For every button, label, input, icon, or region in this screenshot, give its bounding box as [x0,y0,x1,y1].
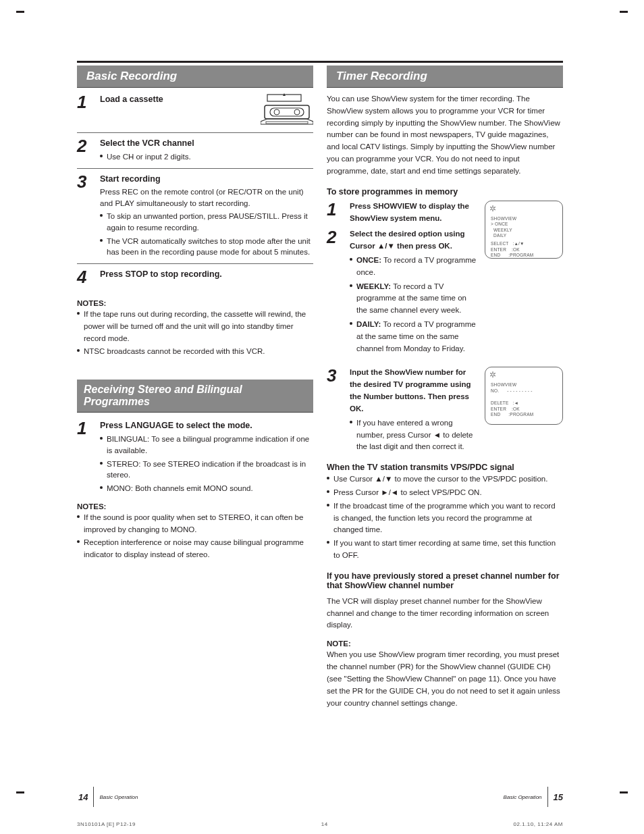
step-number: 2 [77,137,95,155]
note-body: When you use ShowView program timer reco… [327,649,563,709]
crop-mark [620,11,628,13]
step3-lead: Start recording [100,173,313,185]
step2-bullet: Use CH or input 2 digits. [107,151,191,163]
h-vps: When the TV station transmits VPS/PDC si… [327,463,563,472]
vps2: Press Cursor ►/◄ to select VPS/PDC ON. [333,487,482,499]
note2-1: If the sound is poor quality when set to… [84,512,313,536]
section-basic-recording: Basic Recording [77,66,313,88]
notes-heading: NOTES: [77,299,313,307]
step3-b2: The VCR automatically switches to stop m… [107,236,313,258]
svg-rect-3 [270,108,304,116]
vps3: If the broadcast time of the programme w… [333,500,563,536]
step-number: 3 [327,367,344,453]
crop-mark [620,791,628,793]
osd-box-1: ✲ SHOWVIEW > ONCE WEEKLY DAILY SELECT :▲… [485,201,563,259]
timer-intro: You can use ShowView system for the time… [327,93,563,178]
note2: NTSC broadcasts cannot be recorded with … [84,346,265,358]
opt-stereo: STEREO: To see STEREO indication if the … [107,459,313,481]
step-number: 1 [77,93,95,111]
section-stereo-bilingual: Receiving Stereo and Bilingual Programme… [77,380,313,413]
tr-step1: Press SHOWVIEW to display the ShowView s… [350,202,469,222]
step-number: 3 [77,173,95,190]
note-heading: NOTE: [327,640,563,648]
step2-lead: Select the VCR channel [100,137,313,149]
vps1: Use Cursor ▲/▼ to move the cursor to the… [333,473,547,486]
note2-2: Reception interference or noise may caus… [84,537,313,561]
step3-b1: To skip an unwanted portion, press PAUSE… [107,211,313,233]
opt-bilingual: BILINGUAL: To see a bilingual programme … [107,434,313,456]
footer-metadata: 3N10101A [E] P12-19 14 02.1.10, 11:24 AM [77,821,563,827]
crop-mark [16,11,24,13]
note1: If the tape runs out during recording, t… [84,309,313,344]
section-timer-recording: Timer Recording [327,66,563,88]
opt-mono: MONO: Both channels emit MONO sound. [107,483,253,494]
step3-line1: Press REC on the remote control (or REC/… [100,186,313,209]
crop-mark [16,791,24,793]
plain1: Press LANGUAGE to select the mode. [100,419,313,432]
sun-icon: ✲ [489,204,496,215]
step4-lead: Press STOP to stop recording. [100,268,313,280]
vps4: If you want to start timer recording at … [333,538,563,562]
tr-step2: Select the desired option using Cursor ▲… [350,230,465,250]
page-number-left: 14 Basic Operation [78,787,138,807]
step-number: 1 [77,419,95,494]
step-number: 4 [77,268,95,286]
step-number: 1 [327,201,344,225]
osd-box-2: ✲ SHOWVIEW NO. - - - - - - - - - DELETE … [485,367,563,425]
prev-body: The VCR will display preset channel numb… [327,596,563,631]
svg-rect-6 [266,122,308,124]
tr-step3a: Input the ShowView number for the desire… [350,368,471,412]
step1-text: Load a cassette [100,95,163,104]
h-store: To store programmes in memory [327,187,563,197]
h-prev: If you have previously stored a preset c… [327,571,563,590]
top-rule [77,61,563,63]
page-number-right: Basic Operation 15 [504,787,563,807]
tr-step3b: If you have entered a wrong number, pres… [356,417,478,453]
cassette-icon [261,93,313,127]
svg-rect-2 [265,105,309,119]
notes-heading2: NOTES: [77,502,313,511]
sun-icon: ✲ [489,370,496,381]
svg-point-4 [274,109,279,115]
svg-point-5 [294,109,300,115]
step-number: 2 [327,228,344,355]
